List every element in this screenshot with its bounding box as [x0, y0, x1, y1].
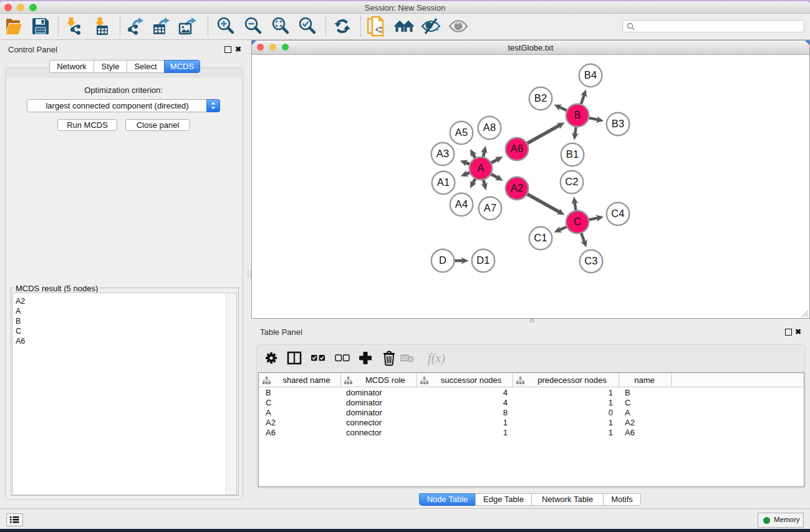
svg-text:B3: B3: [612, 118, 625, 129]
svg-text:A7: A7: [484, 202, 497, 213]
svg-text:A4: A4: [455, 198, 468, 210]
svg-text:A8: A8: [483, 122, 496, 133]
svg-text:B4: B4: [584, 69, 597, 80]
svg-text:D1: D1: [476, 254, 490, 266]
svg-text:A2: A2: [511, 182, 524, 193]
svg-text:A6: A6: [511, 143, 524, 154]
svg-text:C1: C1: [534, 232, 547, 243]
svg-text:B1: B1: [566, 148, 579, 160]
svg-text:A5: A5: [455, 127, 468, 138]
svg-text:C3: C3: [584, 255, 598, 266]
svg-text:B: B: [574, 109, 581, 120]
svg-text:f(x): f(x): [428, 351, 445, 365]
svg-text:A: A: [477, 162, 484, 173]
svg-text:A1: A1: [437, 177, 450, 188]
svg-text:A3: A3: [436, 148, 450, 159]
svg-text:D: D: [439, 254, 446, 266]
svg-text:C4: C4: [611, 208, 625, 219]
svg-text:B2: B2: [534, 92, 547, 104]
svg-text:C: C: [574, 216, 581, 227]
svg-text:C2: C2: [565, 176, 579, 187]
